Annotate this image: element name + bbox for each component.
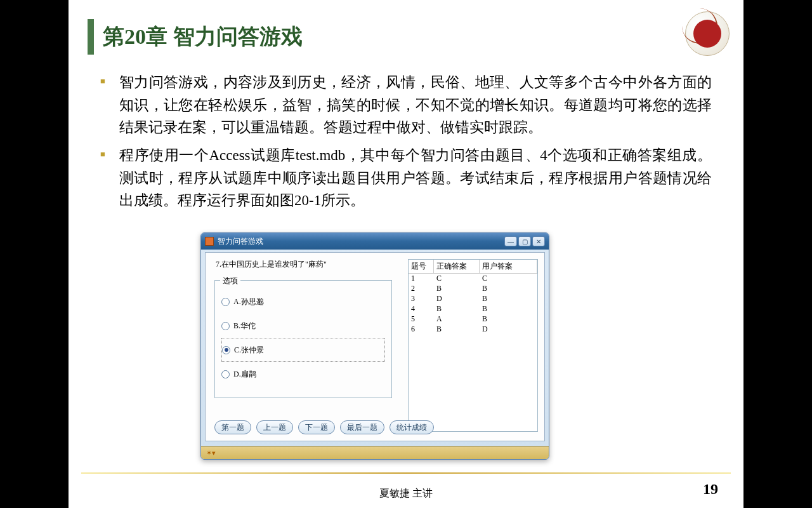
answer-row: 1CC [409, 274, 537, 284]
bullet-2: 程序使用一个Access试题库test.mdb，其中每个智力问答由题目、4个选项… [100, 144, 712, 212]
answer-row: 6BD [409, 324, 537, 335]
radio-icon[interactable] [221, 370, 230, 378]
slide-title: 第20章 智力问答游戏 [103, 19, 303, 55]
option-label: B.华佗 [233, 321, 256, 331]
prev-question-button[interactable]: 上一题 [256, 420, 293, 434]
close-button[interactable]: ✕ [532, 236, 545, 246]
radio-icon[interactable] [221, 322, 230, 330]
answer-row: 5AB [409, 314, 537, 324]
window-titlebar[interactable]: 智力问答游戏 — ▢ ✕ [201, 233, 549, 250]
bullet-1: 智力问答游戏，内容涉及到历史，经济，风情，民俗、地理、人文等多个古今中外各方面的… [100, 71, 712, 139]
header-correct: 正确答案 [434, 260, 480, 273]
app-icon [205, 237, 214, 246]
radio-icon[interactable] [222, 346, 230, 354]
stats-button[interactable]: 统计成绩 [390, 420, 434, 434]
footer-text: 夏敏捷 主讲 [69, 487, 743, 500]
answers-header: 题号 正确答案 用户答案 [409, 260, 537, 274]
answer-row: 3DB [409, 294, 537, 304]
last-question-button[interactable]: 最后一题 [340, 420, 384, 434]
page-number: 19 [703, 481, 718, 498]
first-question-button[interactable]: 第一题 [214, 420, 251, 434]
window-title-text: 智力问答游戏 [218, 236, 263, 247]
quiz-app-window: 智力问答游戏 — ▢ ✕ 7.在中国历史上是谁发明了"麻药" 选项 A.孙思邈B… [200, 232, 549, 460]
header-user: 用户答案 [480, 260, 537, 273]
radio-icon[interactable] [221, 298, 230, 306]
university-logo [685, 11, 730, 56]
divider-rule [81, 472, 731, 474]
option-c[interactable]: C.张仲景 [221, 338, 385, 362]
option-label: C.张仲景 [234, 345, 264, 356]
status-strip: ✶▾ [201, 446, 549, 459]
header-no: 题号 [409, 260, 434, 273]
maximize-button[interactable]: ▢ [518, 236, 531, 246]
option-label: D.扁鹊 [233, 369, 256, 380]
slide-title-bar: 第20章 智力问答游戏 [88, 19, 303, 55]
content-area: 智力问答游戏，内容涉及到历史，经济，风情，民俗、地理、人文等多个古今中外各方面的… [100, 71, 712, 217]
options-label: 选项 [220, 276, 240, 286]
option-b[interactable]: B.华佗 [221, 314, 385, 338]
next-question-button[interactable]: 下一题 [298, 420, 335, 434]
title-accent [88, 19, 94, 55]
minimize-button[interactable]: — [504, 236, 517, 246]
button-row: 第一题上一题下一题最后一题统计成绩 [214, 420, 434, 434]
answers-panel: 题号 正确答案 用户答案 1CC2BB3DB4BB5AB6BD [408, 259, 538, 432]
window-body: 7.在中国历史上是谁发明了"麻药" 选项 A.孙思邈B.华佗C.张仲景D.扁鹊 … [205, 252, 545, 441]
option-label: A.孙思邈 [233, 297, 264, 307]
star-icon: ✶▾ [206, 449, 216, 457]
answer-row: 4BB [409, 304, 537, 314]
option-a[interactable]: A.孙思邈 [221, 290, 385, 314]
option-d[interactable]: D.扁鹊 [221, 362, 385, 386]
slide: 第20章 智力问答游戏 智力问答游戏，内容涉及到历史，经济，风情，民俗、地理、人… [69, 0, 743, 508]
options-group: 选项 A.孙思邈B.华佗C.张仲景D.扁鹊 [214, 280, 392, 398]
answer-row: 2BB [409, 284, 537, 294]
